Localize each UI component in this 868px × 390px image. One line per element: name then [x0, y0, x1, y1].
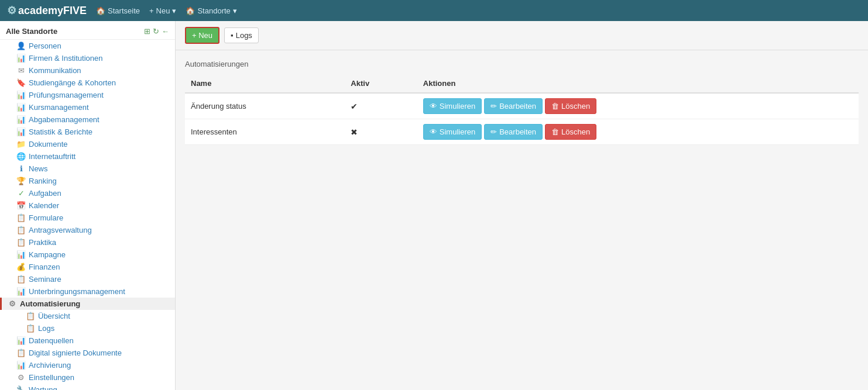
sidebar-item-formulare[interactable]: 📋 Formulare	[0, 212, 175, 224]
sidebar-item-unterbringungsmanagement[interactable]: 📊 Unterbringungsmanagement	[0, 285, 175, 298]
exam-icon: 📊	[16, 91, 26, 99]
row-actions: 👁 Simulieren ✏ Bearbeiten 🗑 Löschen	[417, 119, 859, 145]
simulieren-button-2[interactable]: 👁 Simulieren	[423, 124, 482, 140]
course-icon: 📊	[16, 103, 26, 112]
sidebar-item-label: Finanzen	[29, 263, 60, 271]
sidebar-item-datenquellen[interactable]: 📊 Datenquellen	[0, 334, 175, 347]
trash-icon: 🗑	[551, 102, 559, 111]
logo-text: academyFIVE	[18, 5, 87, 17]
seminar-icon: 📋	[16, 275, 26, 284]
sidebar: Alle Standorte ⊞ ↻ ← 👤 Personen 📊 Firmen…	[0, 21, 176, 390]
bearbeiten-button-1[interactable]: ✏ Bearbeiten	[484, 98, 543, 114]
sidebar-item-praktika[interactable]: 📋 Praktika	[0, 236, 175, 249]
col-name: Name	[185, 74, 345, 93]
sidebar-item-archivierung[interactable]: 📊 Archivierung	[0, 359, 175, 371]
collapse-icon[interactable]: ←	[162, 27, 169, 36]
toolbar: + Neu ▪ Logs	[176, 21, 868, 50]
nav-startseite[interactable]: 🏠 Startseite	[96, 6, 140, 15]
task-icon: ✓	[16, 189, 26, 198]
sidebar-item-label: Automatisierung	[20, 299, 80, 308]
sidebar-item-label: Kampagne	[29, 250, 66, 259]
loschen-button-2[interactable]: 🗑 Löschen	[545, 124, 596, 140]
wartung-icon: 🔧	[16, 385, 26, 390]
sidebar-item-kursmanagement[interactable]: 📊 Kursmanagement	[0, 101, 175, 113]
main-content: + Neu ▪ Logs Automatisierungen Name Akti…	[176, 21, 868, 390]
automations-table: Name Aktiv Aktionen Änderung status ✔	[185, 74, 859, 145]
sidebar-item-label: Prüfungsmanagement	[29, 91, 104, 99]
sidebar-item-label: Wartung	[29, 385, 57, 390]
sidebar-item-personen[interactable]: 👤 Personen	[0, 40, 175, 52]
expand-icon[interactable]: ⊞	[144, 27, 150, 36]
new-button[interactable]: + Neu	[185, 27, 219, 44]
nav-neu[interactable]: + Neu ▾	[149, 6, 176, 15]
sidebar-item-automatisierung[interactable]: ⚙ Automatisierung	[0, 298, 175, 310]
stat-icon: 📊	[16, 127, 26, 136]
sidebar-item-label: Datenquellen	[29, 336, 74, 345]
logs-button[interactable]: ▪ Logs	[224, 27, 259, 43]
col-aktionen: Aktionen	[417, 74, 859, 93]
sidebar-item-kampagne[interactable]: 📊 Kampagne	[0, 249, 175, 261]
sidebar-item-internetauftritt[interactable]: 🌐 Internetauftritt	[0, 150, 175, 163]
sidebar-item-label: Antragsverwaltung	[29, 226, 92, 234]
logs-icon: 📋	[26, 324, 35, 333]
sidebar-item-finanzen[interactable]: 💰 Finanzen	[0, 261, 175, 273]
app-logo[interactable]: ⚙ academyFIVE	[7, 4, 87, 17]
sidebar-item-abgabemanagement[interactable]: 📊 Abgabemanagement	[0, 113, 175, 126]
top-navigation: ⚙ academyFIVE 🏠 Startseite + Neu ▾ 🏠 Sta…	[0, 0, 868, 21]
row-name: Interessenten	[185, 119, 345, 145]
sidebar-item-antragsverwaltung[interactable]: 📋 Antragsverwaltung	[0, 224, 175, 236]
sidebar-item-digital-signierte[interactable]: 📋 Digital signierte Dokumente	[0, 347, 175, 359]
sidebar-item-label: Kalender	[29, 201, 59, 210]
sidebar-item-label: Praktika	[29, 238, 56, 247]
sidebar-item-label: Internetauftritt	[29, 152, 76, 161]
content-area: Automatisierungen Name Aktiv Aktionen Än…	[176, 50, 868, 390]
sidebar-item-ranking[interactable]: 🏆 Ranking	[0, 175, 175, 187]
sidebar-item-studiengaenge[interactable]: 🔖 Studiengänge & Kohorten	[0, 77, 175, 89]
sidebar-item-kommunikation[interactable]: ✉ Kommunikation	[0, 64, 175, 77]
sidebar-item-statistik[interactable]: 📊 Statistik & Berichte	[0, 126, 175, 138]
eye-icon: 👁	[430, 127, 437, 136]
auto-icon: ⚙	[8, 299, 17, 308]
table-row: Interessenten ✖ 👁 Simulieren	[185, 119, 859, 145]
sidebar-item-wartung[interactable]: 🔧 Wartung	[0, 384, 175, 390]
logs-icon: ▪	[231, 31, 234, 40]
sidebar-item-label: Personen	[29, 42, 61, 50]
sidebar-item-seminare[interactable]: 📋 Seminare	[0, 273, 175, 285]
doc-icon: 📁	[16, 140, 26, 149]
edit-icon: ✏	[490, 102, 497, 111]
news-icon: ℹ	[16, 164, 26, 173]
sidebar-item-einstellungen[interactable]: ⚙ Einstellungen	[0, 371, 175, 384]
sidebar-header-icons: ⊞ ↻ ←	[144, 27, 169, 36]
sidebar-item-pruefungsmanagement[interactable]: 📊 Prüfungsmanagement	[0, 89, 175, 101]
study-icon: 🔖	[16, 78, 26, 87]
bearbeiten-button-2[interactable]: ✏ Bearbeiten	[484, 124, 543, 140]
sidebar-item-label: Ranking	[29, 177, 57, 185]
sidebar-item-firmen[interactable]: 📊 Firmen & Institutionen	[0, 52, 175, 64]
sidebar-item-ubersicht[interactable]: 📋 Übersicht	[0, 310, 175, 322]
sidebar-item-label: Übersicht	[38, 312, 70, 320]
kampagne-icon: 📊	[16, 250, 26, 259]
row-name: Änderung status	[185, 93, 345, 119]
col-aktiv: Aktiv	[345, 74, 417, 93]
dropdown-icon: ▾	[172, 6, 176, 15]
sidebar-item-label: Einstellungen	[29, 373, 74, 382]
sidebar-item-kalender[interactable]: 📅 Kalender	[0, 199, 175, 212]
sidebar-item-news[interactable]: ℹ News	[0, 163, 175, 175]
refresh-icon[interactable]: ↻	[153, 27, 159, 36]
sidebar-item-aufgaben[interactable]: ✓ Aufgaben	[0, 187, 175, 199]
simulieren-button-1[interactable]: 👁 Simulieren	[423, 98, 482, 114]
sidebar-item-label: News	[29, 164, 48, 173]
sidebar-item-label: Digital signierte Dokumente	[29, 348, 122, 357]
sidebar-item-label: Kursmanagement	[29, 103, 89, 112]
daten-icon: 📊	[16, 336, 26, 345]
sidebar-item-dokumente[interactable]: 📁 Dokumente	[0, 138, 175, 150]
nav-standorte[interactable]: 🏠 Standorte ▾	[186, 6, 236, 15]
submit-icon: 📊	[16, 115, 26, 124]
sidebar-item-label: Firmen & Institutionen	[29, 54, 102, 63]
standorte-dropdown-icon: ▾	[233, 6, 237, 15]
unterbring-icon: 📊	[16, 287, 26, 296]
rank-icon: 🏆	[16, 177, 26, 185]
edit-icon: ✏	[490, 127, 497, 136]
sidebar-item-logs[interactable]: 📋 Logs	[0, 322, 175, 334]
loschen-button-1[interactable]: 🗑 Löschen	[545, 98, 596, 114]
